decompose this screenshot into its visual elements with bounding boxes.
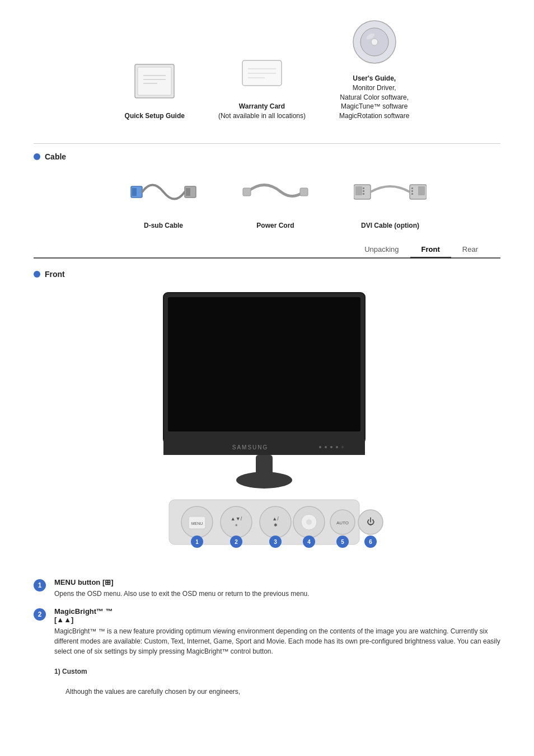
svg-point-36 [336, 446, 338, 448]
svg-rect-1 [138, 67, 171, 95]
warranty-card-svg [240, 52, 284, 94]
svg-text:SAMSUNG: SAMSUNG [232, 444, 269, 450]
item-dsub-cable: D-sub Cable [130, 170, 197, 231]
svg-point-58 [306, 519, 312, 525]
svg-text:2: 2 [235, 539, 238, 545]
button-desc-2: 2 MagicBright™ ™ [▲▲] MagicBright™ ™ is … [34, 607, 500, 697]
power-cord-image [242, 170, 309, 214]
button-content-1: MENU button [⊞] Opens the OSD menu. Also… [54, 578, 500, 599]
dvi-cable-image [354, 170, 427, 214]
svg-text:3: 3 [274, 539, 277, 545]
front-section-dot [34, 271, 40, 278]
cable-section: Cable D-sub Cable [34, 152, 500, 231]
badge-2: 2 [34, 608, 46, 621]
button-desc-list: 1 MENU button [⊞] Opens the OSD menu. Al… [34, 578, 500, 697]
dsub-cable-image [130, 170, 197, 214]
button-content-2: MagicBright™ ™ [▲▲] MagicBright™ ™ is a … [54, 607, 500, 697]
svg-rect-25 [418, 186, 425, 195]
warranty-card-image [240, 50, 284, 95]
svg-text:AUTO: AUTO [336, 520, 349, 525]
item-power-cord: Power Cord [242, 170, 309, 231]
top-items-row: Quick Setup Guide Warranty Card (Not ava… [34, 17, 500, 132]
svg-point-37 [341, 446, 344, 448]
item-warranty-card: Warranty Card (Not available in all loca… [218, 50, 306, 121]
svg-text:1: 1 [195, 539, 199, 545]
svg-rect-27 [411, 190, 413, 192]
svg-rect-30 [168, 297, 360, 431]
front-section-header: Front [34, 270, 500, 279]
quick-setup-guide-label: Quick Setup Guide [125, 111, 185, 121]
quick-setup-guide-image [127, 60, 182, 105]
svg-point-39 [236, 472, 292, 489]
svg-text:☀: ☀ [235, 523, 238, 527]
tab-unpacking[interactable]: Unpacking [353, 242, 410, 259]
item-dvi-cable: DVI Cable (option) [354, 170, 427, 231]
power-cord-label: Power Cord [256, 221, 294, 231]
item-quick-setup-guide: Quick Setup Guide [125, 60, 185, 121]
users-guide-image [349, 17, 400, 67]
svg-rect-28 [411, 193, 413, 195]
svg-rect-22 [363, 190, 364, 192]
top-divider [34, 143, 500, 144]
dvi-cable-label: DVI Cable (option) [361, 221, 419, 231]
svg-point-33 [319, 446, 321, 448]
svg-text:▲▼/: ▲▼/ [231, 516, 242, 522]
svg-point-46 [221, 506, 252, 538]
users-guide-svg [349, 17, 400, 67]
svg-text:6: 6 [369, 539, 372, 545]
button-text-2: MagicBright™ ™ is a new feature providin… [54, 626, 500, 697]
dsub-cable-label: D-sub Cable [144, 221, 183, 231]
svg-text:▲/: ▲/ [272, 516, 279, 522]
svg-rect-17 [243, 188, 251, 196]
nav-tabs: Unpacking Front Rear [34, 242, 500, 259]
cable-section-dot [34, 153, 40, 160]
dsub-cable-svg [130, 172, 197, 212]
svg-rect-21 [363, 187, 364, 189]
svg-point-34 [325, 446, 327, 448]
front-section-title: Front [45, 270, 65, 279]
monitor-illustration: SAMSUNG MENU 1 [147, 287, 387, 567]
svg-rect-18 [300, 188, 308, 196]
users-guide-label: User's Guide, Monitor Driver, Natural Co… [339, 74, 409, 121]
button-name-2: MagicBright™ ™ [▲▲] [54, 607, 500, 624]
custom-text: Although the values are carefully chosen… [54, 687, 240, 697]
page-container: Quick Setup Guide Warranty Card (Not ava… [0, 0, 534, 722]
button-desc-1: 1 MENU button [⊞] Opens the OSD menu. Al… [34, 578, 500, 599]
custom-label: 1) Custom [54, 668, 87, 675]
svg-text:MENU: MENU [191, 522, 203, 525]
button-name-1: MENU button [⊞] [54, 578, 500, 586]
item-users-guide: User's Guide, Monitor Driver, Natural Co… [339, 17, 409, 121]
dvi-cable-svg [354, 172, 427, 212]
svg-rect-23 [363, 193, 364, 195]
svg-text:5: 5 [341, 539, 344, 545]
svg-rect-20 [355, 186, 362, 195]
tab-rear[interactable]: Rear [451, 242, 489, 259]
power-cord-svg [242, 172, 309, 212]
svg-text:✱: ✱ [274, 523, 278, 528]
svg-rect-14 [132, 188, 137, 196]
svg-text:⏻: ⏻ [367, 517, 374, 526]
button-text-1: Opens the OSD menu. Also use to exit the… [54, 589, 500, 599]
warranty-card-label: Warranty Card (Not available in all loca… [218, 102, 306, 121]
cable-section-header: Cable [34, 152, 500, 161]
front-section: Front SAMSUNG [34, 270, 500, 567]
cable-section-title: Cable [45, 152, 66, 161]
monitor-container: SAMSUNG MENU 1 [34, 287, 500, 567]
svg-rect-16 [186, 188, 190, 196]
svg-point-11 [371, 39, 378, 45]
svg-point-51 [260, 506, 291, 538]
svg-rect-26 [411, 187, 413, 189]
quick-setup-guide-svg [127, 62, 182, 104]
badge-1: 1 [34, 579, 46, 591]
tab-front[interactable]: Front [410, 242, 451, 259]
svg-text:4: 4 [307, 539, 311, 545]
cables-row: D-sub Cable Power Cord [34, 170, 500, 231]
svg-point-35 [330, 446, 332, 448]
